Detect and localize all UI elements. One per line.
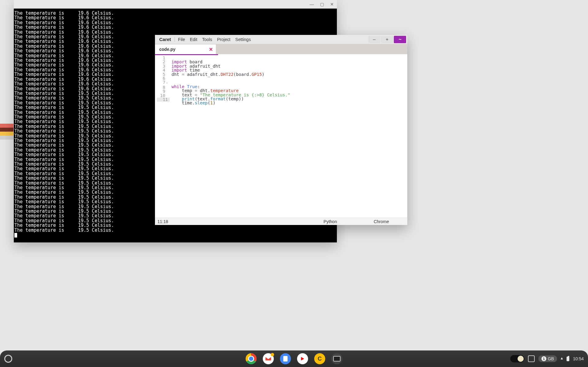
code-token: )) [239, 96, 244, 101]
editor-window: Caret File Edit Tools Project Settings –… [155, 35, 407, 225]
menu-bar: File Edit Tools Project Settings [178, 37, 251, 42]
code-token: time [182, 100, 192, 105]
code-token: . [218, 72, 221, 77]
code-token: ( [233, 72, 236, 77]
close-tab-icon[interactable]: ✕ [209, 47, 213, 52]
file-tab-label: code.py [159, 47, 175, 52]
editor-titlebar[interactable]: Caret File Edit Tools Project Settings –… [155, 35, 407, 44]
file-tab-codepy[interactable]: code.py ✕ [155, 44, 216, 54]
code-token: sleep [195, 100, 208, 105]
app-brand: Caret [159, 37, 175, 42]
terminal-cursor [14, 233, 17, 238]
menu-settings[interactable]: Settings [235, 37, 251, 42]
titlebar-tilde-button[interactable]: ~ [394, 36, 406, 43]
maximize-button[interactable]: ▢ [320, 2, 324, 7]
editor-body[interactable]: 1 2 3 4 5 6 7▾ 8 9 10 11 import board im… [155, 55, 407, 218]
code-token: . [192, 100, 194, 105]
titlebar-plus-button[interactable]: + [381, 36, 393, 43]
decorative-stripe [0, 124, 13, 140]
close-button[interactable]: ✕ [330, 2, 334, 7]
code-token: ) [262, 72, 264, 77]
menu-project[interactable]: Project [217, 37, 231, 42]
code-area[interactable]: import board import adafruit_dht import … [170, 55, 407, 218]
code-token: GP15 [251, 72, 262, 77]
menu-file[interactable]: File [178, 37, 185, 42]
status-platform: Chrome [374, 219, 389, 224]
tab-strip: code.py ✕ [155, 44, 407, 54]
terminal-titlebar[interactable]: — ▢ ✕ [14, 0, 337, 9]
code-token: board [236, 72, 249, 77]
minimize-button[interactable]: — [310, 2, 314, 7]
status-cursor-pos: 11:18 [157, 219, 168, 224]
code-token: adafruit_dht [187, 72, 218, 77]
menu-edit[interactable]: Edit [190, 37, 197, 42]
code-token: ) [213, 100, 215, 105]
code-token: = [179, 72, 187, 77]
menu-tools[interactable]: Tools [202, 37, 212, 42]
code-token: 1 [210, 100, 213, 105]
code-token: temp [228, 96, 239, 101]
status-bar: 11:18 Python Chrome [155, 218, 407, 225]
line-number-gutter: 1 2 3 4 5 6 7▾ 8 9 10 11 [155, 55, 170, 218]
status-language[interactable]: Python [324, 219, 337, 224]
titlebar-minus-button[interactable]: – [368, 36, 380, 43]
code-token: DHT22 [221, 72, 233, 77]
code-token: dht [172, 72, 179, 77]
